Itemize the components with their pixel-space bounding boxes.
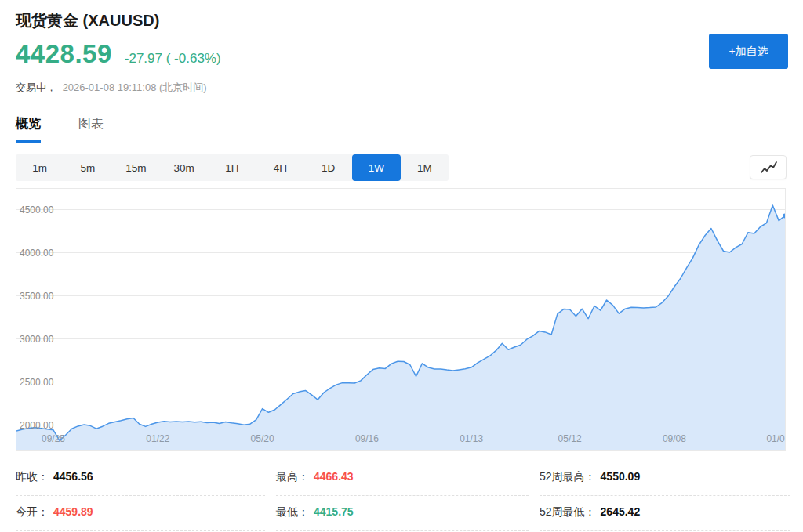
chart-area-fill [16,205,785,450]
stat-cell-open: 今开：4459.89 [16,496,265,531]
tab-chart[interactable]: 图表 [78,116,104,143]
x-axis-tick-label: 05/20 [251,433,274,444]
stat-value: 4459.89 [53,505,93,518]
stat-label: 昨收： [16,470,49,483]
stat-value: 4466.43 [314,470,354,483]
quote-page: 现货黄金 (XAUUSD) 4428.59 -27.97 ( -0.63%) 交… [0,0,803,532]
y-axis-tick-label: 4500.00 [20,204,54,215]
quote-timestamp: 2026-01-08 19:11:08 (北京时间) [63,81,207,93]
stat-cell-52w-low: 52周最低：2645.42 [540,496,790,531]
stat-value: 4456.56 [53,470,93,483]
tab-overview[interactable]: 概览 [16,116,41,143]
stat-value: 2645.42 [601,505,641,518]
stat-cell-high: 最高：4466.43 [276,461,529,496]
price-chart: 4500.004000.003500.003000.002500.002000.… [16,188,786,451]
x-axis-tick-label: 01/13 [460,433,483,444]
price-chart-svg[interactable]: 4500.004000.003500.003000.002500.002000.… [16,189,785,450]
x-axis-tick-label: 09/16 [355,433,379,444]
stat-value: 4415.75 [314,505,354,518]
stat-cell-52w-high: 52周最高：4550.09 [540,461,790,496]
stat-label: 最低： [276,505,309,518]
x-axis-tick-label: 09/08 [663,433,686,444]
range-button-4H[interactable]: 4H [256,154,304,181]
stat-cell-low: 最低：4415.75 [276,496,529,531]
stat-label: 52周最高： [540,470,596,483]
range-button-1M[interactable]: 1M [401,154,449,181]
trading-status-label: 交易中， [16,81,56,93]
price-change: -27.97 ( -0.63%) [125,51,221,67]
range-button-1H[interactable]: 1H [208,154,256,181]
x-axis-tick-label: 01/05 [766,433,785,444]
stats-grid: 昨收：4456.56 最高：4466.43 52周最高：4550.09 今开：4… [16,461,790,531]
line-chart-icon [759,161,778,175]
trading-status: 交易中， 2026-01-08 19:11:08 (北京时间) [16,81,207,95]
stat-cell-prev-close: 昨收：4456.56 [16,461,265,496]
stat-value: 4550.09 [601,470,641,483]
range-switcher: 1m5m15m30m1H4H1D1W1M [16,154,449,181]
y-axis-tick-label: 2000.00 [20,420,54,431]
range-button-1m[interactable]: 1m [16,154,64,181]
add-to-watchlist-button[interactable]: +加自选 [709,34,788,69]
y-axis-tick-label: 4000.00 [20,248,54,259]
price-row: 4428.59 -27.97 ( -0.63%) [16,39,221,69]
x-axis-tick-label: 05/12 [558,433,582,444]
y-axis-tick-label: 3500.00 [20,291,54,302]
stat-label: 今开： [16,505,49,518]
chart-style-button[interactable] [750,155,787,179]
range-button-5m[interactable]: 5m [64,154,111,181]
x-axis-tick-label: 01/22 [146,433,169,444]
y-axis-tick-label: 3000.00 [20,334,54,345]
range-button-1W[interactable]: 1W [352,154,400,181]
tab-bar: 概览图表 [16,116,141,143]
current-price: 4428.59 [16,39,112,69]
stock-title: 现货黄金 (XAUUSD) [16,10,159,31]
range-button-30m[interactable]: 30m [160,154,208,181]
range-button-1D[interactable]: 1D [304,154,352,181]
range-button-15m[interactable]: 15m [112,154,160,181]
stat-label: 52周最低： [540,505,596,518]
stat-label: 最高： [276,470,309,483]
y-axis-tick-label: 2500.00 [20,377,54,388]
x-axis-tick-label: 09/25 [42,433,65,444]
